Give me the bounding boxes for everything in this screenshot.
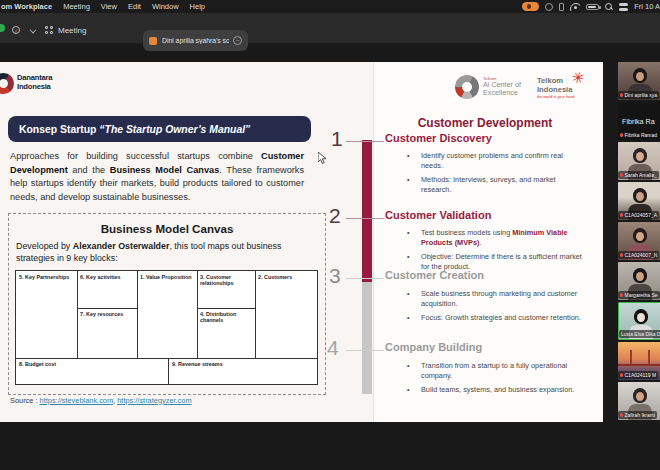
participant-tile[interactable]: C1A024057_A [618,182,660,220]
participant-display-name: Fibrika Ra [618,117,655,126]
participant-tile-active-speaker[interactable]: Lusia Elsa Dika D [618,302,660,340]
zoom-tabbar: i Meeting Dini aprilia syahra's screen − [0,13,660,43]
tab-close-icon[interactable]: − [233,36,242,45]
bmc-description: Developed by Alexander Osterwalder, this… [16,241,318,264]
muted-mic-icon [620,373,623,378]
participant-name: Lusia Elsa Dika D [621,331,660,337]
display-icon[interactable] [559,3,564,11]
source-link-steveblank[interactable]: https://steveblank.com [40,396,114,405]
participant-name: C1A024057_A [625,212,658,218]
bmc-title: Business Model Canvas [9,222,325,235]
menu-help[interactable]: Help [190,2,205,11]
menu-window[interactable]: Window [152,2,179,11]
bmc-cell-key-activities: 6. Key activities [80,274,135,280]
menu-view[interactable]: View [101,2,117,11]
muted-mic-icon [620,173,623,178]
heading-company-building: Company Building [385,341,590,353]
screen-share-icon [149,37,157,45]
shared-slide: Danantara Indonesia Konsep Startup“The S… [0,62,603,422]
meeting-info-icon[interactable]: i [12,26,20,34]
muted-mic-icon [620,133,623,138]
muted-mic-icon [620,293,623,298]
participant-tile[interactable]: Zafirah Ikrami [618,382,660,420]
customer-development-title: Customer Development [380,116,590,130]
step-number-1: 1 [331,128,343,150]
bullets-customer-validation: •Test business models using Minimum Viab… [407,228,585,275]
ai-center-of-excellence-logo-icon [455,75,479,99]
connection-status-dot [0,24,5,32]
bmc-cell-value-proposition: 1. Value Proposition [140,274,195,280]
bullets-customer-creation: •Scale business through marketing and cu… [407,289,585,326]
telkom-indonesia-text: Telkom Indonesia the world in your hand [537,77,574,99]
slide-title-banner: Konsep Startup“The Startup Owner’s Manua… [8,116,311,142]
bullet-item: •Scale business through marketing and cu… [407,289,585,309]
shared-screen-tab[interactable]: Dini aprilia syahra's screen − [143,30,248,51]
bullet-item: •Test business models using Minimum Viab… [407,228,585,248]
participant-name: Margaretha Se [625,292,658,298]
bullet-item: •Focus: Growth strategies and customer r… [407,313,585,323]
spotlight-search-icon[interactable] [605,3,613,11]
participant-name: Dini aprilia sya [625,92,658,98]
muted-mic-icon [620,253,623,258]
participant-name: C1A024119 M [625,372,657,378]
muted-mic-icon [620,213,623,218]
danantara-logo-icon [0,73,14,94]
participant-tile[interactable]: C1A024007_N [618,222,660,260]
participant-tile[interactable]: C1A024119 M [618,342,660,380]
bmc-cell-customers: 2. Customers [258,274,314,280]
bullet-item: •Build teams, systems, and business expa… [407,385,585,395]
timeline-tick-2 [346,218,384,219]
timeline-tick-4 [346,350,384,351]
source-link-strategyzer[interactable]: https://strategyzer.com [117,396,191,405]
timeline-bar-gray [362,282,372,394]
control-center-icon[interactable] [619,3,628,11]
chevron-down-icon[interactable] [30,27,37,34]
participant-tile[interactable]: Fibrika Ra Fibrika Ramad [618,102,660,140]
battery-icon[interactable] [586,4,599,10]
bullets-company-building: •Transition from a startup to a fully op… [407,361,585,398]
timeline-tick-3 [346,278,384,279]
status-circle-icon[interactable] [545,3,553,11]
bmc-cell-distribution-channels: 4. Distribution channels [200,311,254,324]
bmc-dashed-box: Business Model Canvas Developed by Alexa… [8,213,326,395]
bmc-cell-key-resources: 7. Key resources [80,311,135,317]
app-menu-title[interactable]: om Workplace [1,2,52,11]
step-number-2: 2 [329,205,341,227]
participant-name: C1A024007_N [625,252,658,258]
shared-screen-tab-title: Dini aprilia syahra's screen [162,37,229,44]
meeting-tab-label[interactable]: Meeting [58,26,86,35]
bmc-table: 5. Key Partnerships 6. Key activities 1.… [15,270,318,385]
participant-tile[interactable]: Sarah Amalia_ [618,142,660,180]
bmc-cell-budget-cost: 8. Budget cost [19,361,139,367]
menubar-clock[interactable]: Fri 10 A [634,2,660,11]
bullet-item: •Transition from a startup to a fully op… [407,361,585,381]
participants-sidebar: Dini aprilia sya Fibrika Ra Fibrika Rama… [618,62,660,422]
menu-edit[interactable]: Edit [128,2,141,11]
participant-name: Fibrika Ramad [625,132,658,138]
mouse-cursor [318,152,327,164]
participant-name: Sarah Amalia_ [625,172,658,178]
macos-menubar: om Workplace Meeting View Edit Window He… [0,0,660,13]
screen: om Workplace Meeting View Edit Window He… [0,0,660,470]
source-line: Source : https://steveblank.com, https:/… [10,396,192,405]
heading-customer-discovery: Customer Discovery [385,132,590,144]
menu-meeting[interactable]: Meeting [63,2,90,11]
heading-customer-creation: Customer Creation [385,269,590,281]
bmc-cell-revenue-streams: 9. Revenue streams [172,361,292,367]
participant-tile[interactable]: Dini aprilia sya [618,62,660,100]
step-number-3: 3 [329,265,341,287]
participant-name: Zafirah Ikrami [625,412,656,418]
heading-customer-validation: Customer Validation [385,209,590,221]
participant-tile[interactable]: Margaretha Se [618,262,660,300]
meeting-grid-icon[interactable] [45,26,53,34]
danantara-logo-text: Danantara Indonesia [17,74,52,91]
timeline-tick-1 [346,141,384,142]
intro-paragraph: Approaches for building successful start… [10,150,304,204]
wifi-icon[interactable] [570,3,580,11]
recording-indicator-icon[interactable] [522,2,539,11]
bullet-item: •Identify customer problems and confirm … [407,151,585,171]
muted-mic-icon [620,413,623,418]
timeline-bar-maroon [362,140,372,282]
muted-mic-icon [620,93,623,98]
bmc-cell-key-partnerships: 5. Key Partnerships [19,274,74,280]
